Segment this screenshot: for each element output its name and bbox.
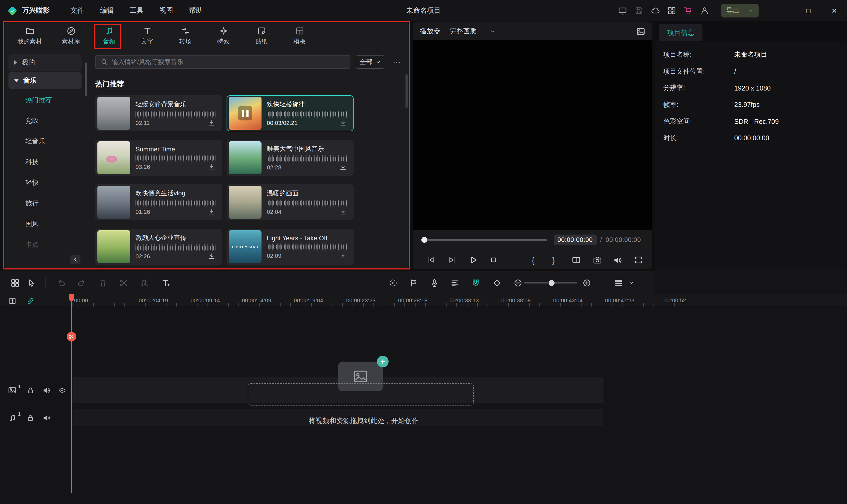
music-card[interactable]: 唯美大气中国风音乐 02:28 [227, 140, 354, 176]
download-icon[interactable] [339, 252, 347, 259]
more-options-button[interactable]: ⋯ [393, 57, 401, 67]
sidebar-item-travel[interactable]: 旅行 [4, 193, 88, 214]
export-chevron-icon[interactable] [749, 8, 753, 13]
speech-to-text-icon[interactable] [449, 277, 460, 288]
timeline-ruler[interactable]: 00:00 00:00:04:19 00:00:09:14 00:00:14:0… [0, 294, 847, 307]
download-icon[interactable] [339, 208, 347, 215]
download-icon[interactable] [208, 163, 215, 170]
render-preview-icon[interactable] [388, 277, 398, 288]
account-icon[interactable] [700, 6, 709, 15]
sidebar-item-chinese-style[interactable]: 国风 [4, 214, 88, 235]
list-scrollbar[interactable] [406, 74, 408, 108]
download-icon[interactable] [208, 119, 215, 127]
music-card-selected[interactable]: 欢快轻松旋律 00:03/02:21 [227, 95, 354, 131]
sidebar-item-tech[interactable]: 科技 [4, 152, 88, 173]
sidebar-item-upbeat[interactable]: 轻快 [4, 173, 88, 193]
hide-track-eye-icon[interactable] [57, 385, 67, 395]
keyframe-icon[interactable] [491, 277, 502, 288]
quality-dropdown[interactable]: 完整画质 [450, 27, 495, 36]
download-icon[interactable] [339, 119, 347, 127]
cart-icon[interactable] [684, 6, 692, 15]
add-media-plus-icon[interactable] [377, 356, 389, 367]
tab-audio[interactable]: 音频 [90, 22, 128, 50]
maximize-button[interactable]: □ [802, 6, 815, 15]
menu-help[interactable]: 帮助 [181, 0, 211, 21]
play-button[interactable] [468, 255, 479, 265]
music-card[interactable]: 欢快惬意生活vlog 01:26 [95, 184, 222, 220]
tab-project-info[interactable]: 项目信息 [659, 24, 702, 41]
undo-icon[interactable] [56, 277, 67, 288]
download-icon[interactable] [208, 253, 215, 260]
sidebar-group-music[interactable]: 音乐 [8, 72, 82, 89]
media-bins-icon[interactable] [10, 277, 20, 288]
preview-image-icon[interactable] [636, 27, 645, 36]
volume-icon[interactable] [612, 255, 623, 265]
select-tool-icon[interactable] [26, 277, 37, 288]
beat-marker-icon[interactable] [139, 277, 149, 288]
zoom-in-icon[interactable] [581, 277, 592, 288]
stop-button[interactable] [488, 255, 499, 265]
delete-icon[interactable] [97, 277, 108, 288]
zoom-slider-handle[interactable] [549, 280, 555, 286]
menu-view[interactable]: 视图 [151, 0, 181, 21]
zoom-out-icon[interactable] [512, 277, 523, 288]
tab-stock-library[interactable]: 素材库 [52, 22, 90, 50]
timeline-drop-zone[interactable] [248, 383, 474, 406]
mute-track-icon[interactable] [41, 413, 51, 422]
timeline-zoom-slider[interactable] [524, 282, 577, 284]
add-text-icon[interactable] [160, 277, 171, 288]
seek-handle[interactable] [421, 237, 427, 243]
menu-tools[interactable]: 工具 [122, 0, 151, 21]
music-card[interactable]: LIGHT YEARS Light Years - Take Off 02:09 [227, 229, 354, 265]
search-input[interactable] [112, 58, 345, 66]
save-icon[interactable] [635, 6, 643, 15]
snap-magnet-icon[interactable] [470, 277, 481, 288]
tab-effects[interactable]: 特效 [204, 22, 242, 50]
sidebar-item-h hot-picks[interactable]: 热门推荐 [4, 90, 88, 111]
apps-grid-icon[interactable] [668, 6, 676, 15]
download-icon[interactable] [208, 208, 215, 215]
track-height-caret-icon[interactable] [626, 277, 636, 288]
sidebar-item-beat-sync[interactable]: 卡点 [4, 235, 88, 255]
previous-frame-button[interactable] [426, 255, 436, 265]
filter-dropdown[interactable]: 全部 [356, 55, 384, 69]
voiceover-mic-icon[interactable] [429, 277, 439, 288]
next-frame-button[interactable] [447, 255, 457, 265]
music-card[interactable]: Summer Time 03:26 [95, 140, 222, 176]
tab-stickers[interactable]: 贴纸 [242, 22, 281, 50]
sidebar-scrollbar[interactable] [85, 62, 87, 96]
lock-track-icon[interactable] [25, 385, 35, 395]
export-button[interactable]: 导出 [721, 4, 759, 17]
download-icon[interactable] [339, 164, 347, 171]
minimize-button[interactable]: ─ [776, 6, 789, 15]
link-icon[interactable] [25, 296, 35, 305]
cloud-sync-icon[interactable] [651, 6, 660, 15]
redo-icon[interactable] [76, 277, 86, 288]
pause-icon[interactable] [238, 106, 252, 121]
manage-tracks-icon[interactable] [7, 296, 17, 305]
sidebar-item-light-music[interactable]: 轻音乐 [4, 131, 88, 152]
close-button[interactable]: ✕ [828, 6, 841, 15]
quick-split-scissors-icon[interactable] [67, 332, 76, 341]
mark-out-button[interactable]: } [550, 255, 557, 265]
snapshot-camera-icon[interactable] [592, 255, 602, 265]
music-card[interactable]: 轻缓安静背景音乐 02:11 [95, 95, 222, 131]
layout-switch-icon[interactable] [618, 6, 627, 15]
tab-my-media[interactable]: 我的素材 [7, 22, 52, 50]
playhead-line[interactable] [71, 294, 72, 493]
tab-templates[interactable]: 模板 [281, 22, 319, 50]
music-card[interactable]: 温暖的画面 02:04 [227, 184, 354, 220]
tab-text[interactable]: 文字 [128, 22, 166, 50]
music-card[interactable]: 激励人心企业宣传 02:26 [95, 229, 222, 265]
sidebar-item-party[interactable]: 党政 [4, 111, 88, 131]
collapse-panel-button[interactable] [70, 255, 80, 264]
split-scissors-icon[interactable] [118, 277, 129, 288]
mark-in-button[interactable]: { [529, 255, 537, 265]
sidebar-group-my[interactable]: 我的 [8, 54, 82, 71]
fullscreen-icon[interactable] [633, 255, 644, 265]
menu-file[interactable]: 文件 [62, 0, 92, 21]
track-height-icon[interactable] [613, 277, 624, 288]
lock-track-icon[interactable] [25, 413, 35, 422]
mute-track-icon[interactable] [41, 385, 51, 395]
search-box[interactable] [95, 55, 350, 69]
